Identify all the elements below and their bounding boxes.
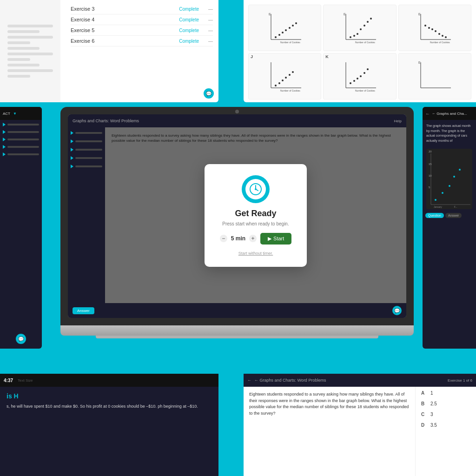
screen-bottom-bar: Answer 💬 — [68, 303, 406, 318]
svg-point-35 — [275, 85, 277, 86]
answer-row-b[interactable]: B 2.5 — [421, 401, 470, 406]
triangle-icon — [3, 138, 6, 141]
modal-timer-row: − 5 min + ▶ Start — [214, 233, 298, 245]
sidebar-line — [7, 36, 53, 39]
screen-topbar: Graphs and Charts: Word Problems Help — [68, 114, 406, 127]
svg-text:Number of Cookies: Number of Cookies — [355, 41, 375, 44]
svg-text:E: E — [418, 13, 421, 16]
svg-point-45 — [353, 80, 355, 82]
back-arrow-icon[interactable]: ← — [425, 111, 430, 116]
rsp-title: ← Graphs and Cha... — [432, 112, 467, 116]
svg-point-65 — [435, 199, 436, 201]
bottom-left-panel: 4:37 Text Size is H s, he will have spen… — [0, 374, 218, 476]
svg-point-14 — [353, 35, 355, 37]
answer-letter: C — [421, 412, 427, 417]
triangle-icon — [71, 148, 73, 152]
lsp-content — [0, 120, 42, 159]
bottom-left-heading: is H — [7, 392, 212, 400]
answer-value: 3 — [430, 412, 433, 417]
screen-topbar-title: Graphs and Charts: Word Problems — [73, 119, 390, 123]
svg-point-49 — [367, 68, 369, 70]
br-content: Eighteen students responded to a survey … — [244, 387, 476, 476]
sidebar-line — [7, 41, 30, 44]
exercise-dash: — — [208, 7, 213, 12]
sidebar-line — [7, 69, 53, 72]
rsp-chart-area: 20 15 10 5 January F... — [423, 147, 476, 211]
graph-k-bottom: K Number of Cookies — [323, 53, 396, 99]
svg-text:E: E — [418, 61, 421, 64]
exercise-dash: — — [208, 39, 213, 44]
rsp-topbar: ← ← Graphs and Cha... — [423, 107, 476, 120]
svg-point-39 — [289, 74, 291, 76]
screen-answer-button[interactable]: Answer — [73, 307, 94, 314]
left-side-panel: ACT ▼ 💬 — [0, 107, 42, 349]
start-button[interactable]: ▶ Start — [260, 233, 291, 245]
svg-point-69 — [459, 169, 461, 171]
svg-text:Number of Cookies: Number of Cookies — [430, 41, 450, 44]
back-arrow-icon[interactable]: ← — [247, 378, 251, 383]
rsp-qa-tabs: Question Answer — [423, 211, 476, 220]
answer-row-c[interactable]: C 3 — [421, 412, 470, 417]
rsp-answer-tab[interactable]: Answer — [445, 213, 462, 218]
answer-row-d[interactable]: D 3.5 — [421, 423, 470, 428]
start-label: Start — [273, 236, 284, 241]
graph-j-top: E Number of Cookies — [248, 5, 321, 51]
answer-letter: B — [421, 401, 427, 406]
sidebar-item-row — [71, 148, 102, 152]
exercise-name: Exercise 3 — [71, 6, 179, 12]
help-button[interactable]: Help — [394, 119, 402, 123]
svg-text:15: 15 — [429, 163, 432, 165]
sidebar-line — [7, 58, 30, 61]
lsp-item — [3, 138, 39, 141]
exercise-row-6: Exercise 6 Complete — — [71, 36, 213, 46]
laptop: Graphs and Charts: Word Problems Help — [60, 107, 414, 349]
sidebar-item-line — [75, 157, 102, 159]
svg-point-26 — [431, 28, 433, 30]
answer-value: 2.5 — [430, 401, 437, 406]
lsp-item — [3, 130, 39, 134]
svg-point-58 — [255, 188, 257, 190]
laptop-foot — [96, 336, 378, 338]
svg-text:Number of Cookies: Number of Cookies — [355, 89, 375, 92]
svg-point-4 — [282, 32, 284, 33]
bottom-right-panel: ← ← Graphs and Charts: Word Problems Exe… — [244, 374, 476, 476]
rsp-question-tab[interactable]: Question — [425, 213, 444, 218]
modal-icon-ring — [242, 175, 270, 203]
graphs-grid: E Number of Cookies E Number of Cookies — [248, 5, 471, 99]
lsp-line — [7, 124, 39, 126]
sidebar-line — [7, 64, 40, 66]
triangle-icon — [71, 131, 73, 135]
chat-button[interactable]: 💬 — [204, 88, 214, 99]
svg-point-68 — [453, 176, 455, 178]
screen-chat-button[interactable]: 💬 — [392, 306, 402, 315]
act-dropdown[interactable]: ▼ — [13, 112, 17, 116]
laptop-base — [60, 325, 414, 336]
sidebar-item-row — [71, 139, 102, 143]
graph-k-top: E Number of Cookies — [323, 5, 396, 51]
no-timer-link[interactable]: Start without timer. — [214, 251, 298, 256]
sidebar-line — [7, 75, 30, 78]
svg-point-38 — [285, 77, 287, 79]
timer-minus-button[interactable]: − — [220, 235, 227, 242]
chat-icon[interactable]: 💬 — [16, 334, 26, 344]
svg-point-3 — [278, 34, 280, 36]
sidebar-line — [7, 53, 53, 55]
rsp-text: The graph shows actual month by month. T… — [426, 124, 471, 142]
timer-plus-button[interactable]: + — [249, 235, 257, 242]
answer-row-a[interactable]: A 1 — [421, 390, 470, 396]
modal-box: Get Ready Press start when ready to begi… — [205, 164, 307, 267]
timer-value: 5 min — [231, 235, 245, 242]
sidebar-item-row — [71, 156, 102, 160]
svg-point-19 — [370, 18, 372, 20]
svg-text:F...: F... — [454, 205, 457, 208]
laptop-body: Graphs and Charts: Word Problems Help — [60, 107, 414, 325]
svg-text:5: 5 — [429, 186, 430, 189]
top-left-panel: Exercise 3 Complete — Exercise 4 Complet… — [0, 0, 218, 102]
play-icon: ▶ — [268, 236, 271, 242]
sidebar-left — [0, 0, 60, 102]
rsp-content: The graph shows actual month by month. T… — [423, 120, 476, 147]
sidebar-item-line — [75, 149, 102, 151]
svg-point-13 — [350, 36, 351, 38]
sidebar-item-line — [75, 140, 102, 142]
bottom-left-body: s, he will have spent $10 and make $0. S… — [7, 403, 212, 410]
